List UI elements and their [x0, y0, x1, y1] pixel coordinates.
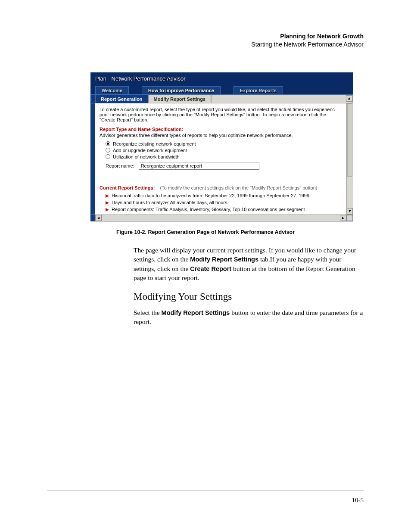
app-window: Plan - Network Performance Advisor Welco… [90, 72, 353, 221]
figure: Plan - Network Performance Advisor Welco… [47, 72, 364, 235]
sub-tab-bar: Report Generation Modify Report Settings… [91, 94, 353, 103]
radio-icon[interactable] [106, 141, 110, 146]
arrow-icon [106, 201, 109, 205]
crs-hint: (To modify the current settings click on… [160, 185, 318, 190]
radio-label: Add or upgrade network equipment [113, 148, 187, 153]
tab-explore-reports[interactable]: Explore Reports [234, 86, 283, 94]
window-title: Plan - Network Performance Advisor [91, 73, 353, 84]
report-name-label: Report name: [106, 163, 134, 168]
subtab-filler: ▲ [211, 95, 353, 103]
paragraph-1: The page will display your current repor… [134, 246, 364, 283]
scroll-right-icon[interactable]: ► [340, 215, 346, 221]
scroll-up-icon[interactable]: ▲ [346, 95, 352, 102]
radio-icon[interactable] [106, 154, 110, 159]
radio-icon[interactable] [106, 148, 110, 152]
crs-text: Days and hours to analyze: All available… [112, 200, 229, 205]
section-title: Report Type and Name Specification: [100, 127, 342, 132]
subtab-modify-report-settings[interactable]: Modify Report Settings [148, 95, 211, 103]
report-name-input[interactable] [139, 162, 259, 170]
scrollbar-track[interactable] [102, 215, 340, 221]
arrow-icon [106, 208, 109, 212]
report-name-row: Report name: [106, 162, 342, 170]
crs-text: Historical traffic data to be analyzed i… [112, 193, 311, 198]
page-header: Planning for Network Growth Starting the… [47, 32, 364, 49]
radio-add-upgrade[interactable]: Add or upgrade network equipment [106, 148, 342, 153]
crs-text: Report components: Traffic Analysis, Inv… [112, 207, 305, 212]
header-subtitle: Starting the Network Performance Advisor [47, 40, 364, 49]
crs-bullet-3: Report components: Traffic Analysis, Inv… [106, 207, 342, 212]
figure-caption: Figure 10-2. Report Generation Page of N… [47, 229, 364, 235]
radio-reorganize[interactable]: Reorganize existing network equipment [106, 141, 342, 146]
content-body: To create a customized report, select th… [95, 103, 346, 215]
heading-modifying-settings: Modifying Your Settings [134, 290, 364, 304]
tab-how-to-improve[interactable]: How to Improve Performance [142, 86, 221, 94]
arrow-icon [106, 194, 109, 198]
radio-utilization[interactable]: Utilization of network bandwidth [106, 154, 342, 159]
crs-bullet-1: Historical traffic data to be analyzed i… [106, 193, 342, 198]
scrollbar-thumb[interactable] [347, 103, 352, 177]
scroll-down-icon[interactable]: ▼ [347, 208, 353, 215]
left-stripe [91, 103, 95, 215]
radio-label: Utilization of network bandwidth [113, 154, 180, 159]
crs-bullet-2: Days and hours to analyze: All available… [106, 200, 342, 205]
scroll-left-icon[interactable]: ◄ [95, 215, 102, 221]
horizontal-scrollbar[interactable]: ◄ ► [91, 215, 353, 221]
radio-label: Reorganize existing network equipment [113, 141, 196, 146]
subtab-report-generation[interactable]: Report Generation [95, 95, 148, 103]
top-tab-bar: Welcome How to Improve Performance Explo… [91, 84, 353, 94]
paragraph-2: Select the Modify Report Settings button… [134, 308, 364, 327]
tab-welcome[interactable]: Welcome [95, 86, 129, 94]
section-desc: Advisor generates three different types … [100, 133, 342, 138]
vertical-scrollbar[interactable]: ▼ [346, 103, 353, 215]
page-number: 10-5 [352, 497, 364, 504]
current-report-settings: Current Report Settings: (To modify the … [100, 185, 342, 190]
body-text: The page will display your current repor… [134, 246, 364, 327]
footer-rule [47, 491, 364, 491]
intro-text: To create a customized report, select th… [100, 107, 342, 122]
header-title: Planning for Network Growth [47, 32, 364, 40]
crs-label: Current Report Settings: [100, 185, 155, 190]
